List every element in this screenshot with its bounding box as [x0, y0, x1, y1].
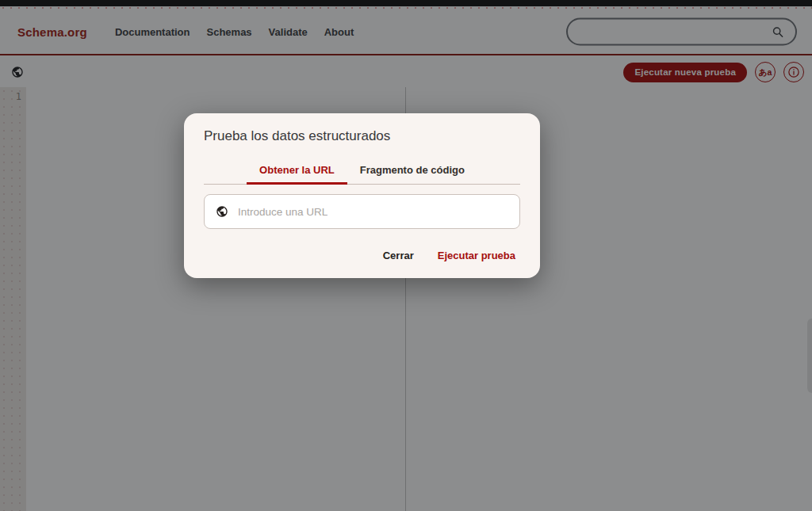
- tab-fetch-url[interactable]: Obtener la URL: [247, 157, 347, 184]
- close-button[interactable]: Cerrar: [383, 250, 414, 261]
- url-input[interactable]: [238, 206, 508, 218]
- dialog-title: Prueba los datos estructurados: [204, 128, 520, 144]
- url-input-box[interactable]: [204, 194, 520, 229]
- dialog-tabs: Obtener la URL Fragmento de código: [204, 157, 520, 185]
- tab-code-snippet[interactable]: Fragmento de código: [347, 157, 477, 184]
- test-structured-data-dialog: Prueba los datos estructurados Obtener l…: [184, 113, 540, 278]
- url-globe-icon: [216, 205, 228, 218]
- dialog-actions: Cerrar Ejecutar prueba: [204, 250, 520, 261]
- validator-page: Schema.org Documentation Schemas Validat…: [0, 0, 812, 511]
- run-test-button[interactable]: Ejecutar prueba: [438, 250, 515, 261]
